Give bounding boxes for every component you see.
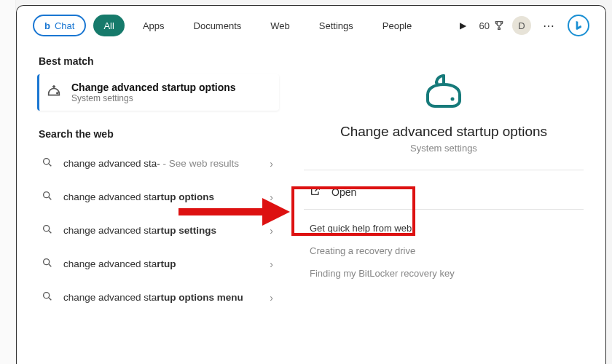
trophy-icon (493, 20, 505, 31)
preview-hero-icon (304, 68, 584, 112)
search-panel: b Chat All Apps Documents Web Settings P… (16, 5, 606, 364)
web-result-text: change advanced startup options menu (63, 291, 261, 304)
web-result-text: change advanced startup options (63, 191, 261, 204)
web-result-3[interactable]: change advanced startup › (37, 248, 279, 281)
svg-point-5 (44, 293, 50, 298)
search-icon (42, 223, 55, 238)
chevron-right-icon: › (270, 292, 273, 304)
rewards-badge[interactable]: 60 (479, 20, 505, 31)
background-strip (0, 0, 16, 364)
best-match-heading: Best match (37, 48, 279, 74)
divider (304, 209, 584, 210)
svg-point-4 (44, 259, 50, 265)
tab-all[interactable]: All (93, 15, 124, 36)
rewards-count: 60 (479, 20, 490, 31)
results-column: Best match Change advanced startup optio… (17, 44, 286, 364)
advanced-startup-icon (45, 84, 63, 101)
svg-point-0 (57, 92, 58, 93)
search-icon (42, 157, 55, 171)
chevron-right-icon: › (270, 258, 273, 270)
preview-subtitle: System settings (304, 143, 584, 154)
svg-point-1 (44, 159, 50, 165)
preview-column: Change advanced startup options System s… (286, 44, 605, 364)
web-result-4[interactable]: change advanced startup options menu › (37, 281, 279, 314)
best-match-title: Change advanced startup options (71, 82, 236, 93)
svg-point-3 (44, 226, 50, 232)
search-icon (42, 190, 55, 205)
search-icon (42, 257, 55, 272)
open-external-icon (310, 185, 321, 199)
chevron-right-icon: › (270, 158, 273, 170)
bing-b-icon: b (44, 20, 50, 31)
preview-title: Change advanced startup options (304, 124, 584, 140)
web-result-0[interactable]: change advanced sta- - See web results › (37, 147, 279, 181)
tab-settings[interactable]: Settings (308, 15, 364, 36)
svg-point-2 (44, 192, 50, 198)
bing-icon[interactable] (568, 15, 589, 36)
web-result-text: change advanced sta- - See web results (63, 157, 261, 170)
chevron-right-icon: › (270, 225, 273, 237)
tab-people[interactable]: People (372, 15, 423, 36)
tab-apps[interactable]: Apps (132, 15, 176, 36)
web-result-2[interactable]: change advanced startup settings › (37, 214, 279, 248)
help-heading: Get quick help from web (304, 214, 584, 240)
help-link-0[interactable]: Creating a recovery drive (304, 240, 584, 262)
web-result-text: change advanced startup (63, 258, 261, 271)
tab-web[interactable]: Web (259, 15, 301, 36)
svg-point-6 (451, 98, 455, 101)
web-result-text: change advanced startup settings (63, 224, 261, 237)
open-label: Open (332, 186, 356, 198)
divider (304, 170, 584, 170)
tab-chat-label: Chat (55, 20, 74, 31)
search-web-heading: Search the web (37, 121, 279, 147)
more-icon[interactable]: ⋯ (538, 19, 560, 33)
web-result-1[interactable]: change advanced startup options › (37, 181, 279, 214)
search-icon (42, 290, 55, 305)
tab-bar: b Chat All Apps Documents Web Settings P… (17, 6, 605, 44)
chevron-right-icon: › (270, 191, 273, 203)
open-action[interactable]: Open (304, 175, 584, 209)
best-match-subtitle: System settings (71, 93, 236, 103)
tab-documents[interactable]: Documents (183, 15, 253, 36)
best-match-item[interactable]: Change advanced startup options System s… (37, 74, 279, 111)
tab-all-label: All (103, 20, 114, 31)
play-icon[interactable]: ▶ (454, 20, 472, 31)
help-link-1[interactable]: Finding my BitLocker recovery key (304, 262, 584, 285)
tab-chat[interactable]: b Chat (33, 15, 86, 36)
user-avatar[interactable]: D (512, 16, 531, 35)
